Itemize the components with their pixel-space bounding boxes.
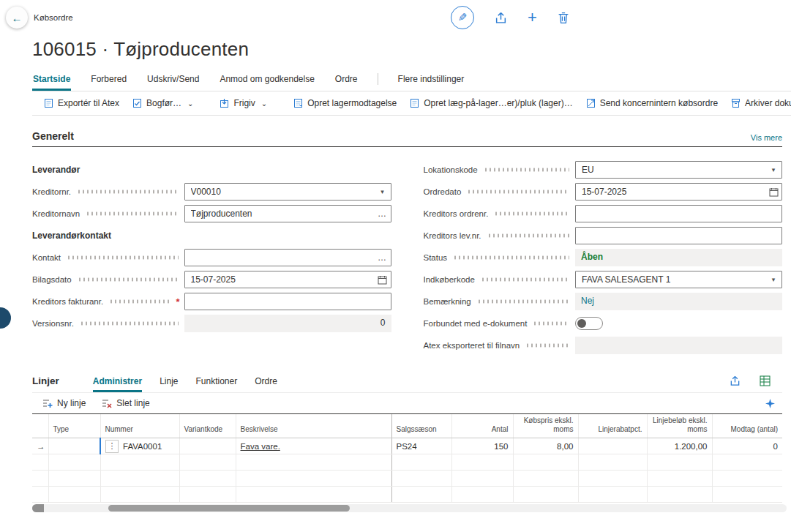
action-send-koncernintern-kobsordre[interactable]: Send koncernintern købsordre (586, 98, 718, 108)
lines-tab-linje[interactable]: Linje (160, 376, 178, 392)
chevron-down-icon[interactable]: ▾ (765, 271, 781, 288)
cell-linjerabatpct[interactable] (578, 438, 647, 454)
cell-nummer[interactable]: ⋮ FAVA0001 (100, 438, 179, 454)
col-linjerabatpct[interactable]: Linjerabatpct. (578, 414, 647, 438)
col-variantkode[interactable]: Variantkode (179, 414, 236, 438)
col-kobspris[interactable]: Købspris ekskl. moms (513, 414, 578, 438)
topbar: ← Købsordre ✎ + (0, 0, 791, 35)
new-document-button[interactable]: + (528, 10, 537, 26)
dotted-leader (453, 252, 569, 263)
chevron-down-icon[interactable]: ▾ (375, 184, 391, 200)
horizontal-scrollbar[interactable] (32, 504, 787, 512)
required-asterisk: * (176, 296, 179, 307)
send-icon (586, 98, 596, 108)
col-salgssaeson[interactable]: Salgssæson (391, 414, 451, 438)
chevron-down-icon[interactable]: ⌄ (187, 100, 193, 108)
ny-linje-button[interactable]: Ny linje (42, 398, 86, 408)
generelt-title[interactable]: Generelt (32, 130, 74, 142)
calendar-icon[interactable] (765, 184, 781, 200)
tab-anmod-om-godkendelse[interactable]: Anmod om godkendelse (219, 71, 315, 91)
dotted-leader (78, 274, 179, 285)
kreditors-fakturanr-input[interactable] (184, 293, 391, 310)
col-modtag-antal[interactable]: Modtag (antal) (712, 414, 782, 438)
col-antal[interactable]: Antal (451, 414, 513, 438)
action-eksporter-til-atex[interactable]: Exportér til Atex (44, 98, 119, 108)
indkoberkode-input[interactable] (575, 271, 782, 288)
e-dokument-toggle[interactable] (575, 317, 603, 330)
kreditors-levnr-input[interactable] (575, 227, 782, 244)
bilagsdato-input[interactable] (184, 271, 391, 288)
row-selector[interactable]: → (32, 438, 48, 454)
cell-type[interactable] (48, 438, 100, 454)
lines-table: Type Nummer Variantkode Beskrivelse Salg… (32, 414, 782, 503)
cell-variantkode[interactable] (179, 438, 236, 454)
cell-linjebelob[interactable]: 1.200,00 (647, 438, 712, 454)
cell-salgssaeson[interactable]: PS24 (391, 438, 451, 454)
kreditornr-input[interactable] (184, 183, 391, 201)
action-opret-laeg-pa-lager-pluk[interactable]: Opret læg-på-lager…er)/pluk (lager)… (410, 98, 572, 108)
tab-ordre[interactable]: Ordre (334, 71, 359, 91)
chevron-down-icon[interactable]: ⌄ (261, 100, 267, 108)
assist-edit-button[interactable]: … (375, 250, 391, 266)
field-kreditors-levnr: Kreditors lev.nr. (424, 225, 783, 247)
tab-udskriv-send[interactable]: Udskriv/Send (146, 71, 200, 91)
slet-linje-button[interactable]: Slet linje (102, 398, 149, 408)
tab-flere-indstillinger[interactable]: Flere indstillinger (397, 71, 465, 91)
action-frigiv[interactable]: Frigiv ⌄ (220, 98, 267, 108)
field-bemaerkning: Bemærkning Nej (424, 291, 783, 312)
dotted-leader (77, 187, 178, 197)
table-header-row: Type Nummer Variantkode Beskrivelse Salg… (32, 414, 782, 438)
calendar-icon[interactable] (375, 271, 391, 288)
cell-antal[interactable]: 150 (451, 438, 513, 454)
share-icon (730, 375, 741, 386)
kreditornavn-input[interactable] (184, 205, 391, 222)
tab-forbered[interactable]: Forbered (90, 71, 127, 91)
bemaerkning-value[interactable]: Nej (575, 293, 782, 310)
versionsnr-value: 0 (184, 315, 391, 332)
field-indkoberkode: Indkøberkode ▾ (424, 269, 783, 291)
back-arrow-icon: ← (12, 12, 23, 24)
scrollbar-thumb[interactable] (108, 505, 350, 512)
breadcrumb[interactable]: Købsordre (34, 13, 73, 22)
action-bogfor[interactable]: Bogfør… ⌄ (132, 98, 193, 108)
side-panel-handle[interactable] (0, 307, 11, 329)
ordredato-input[interactable] (575, 183, 782, 201)
open-in-excel-button[interactable] (760, 375, 771, 386)
back-button[interactable]: ← (6, 7, 28, 29)
share-lines-button[interactable] (730, 375, 741, 386)
col-beskrivelse[interactable]: Beskrivelse (236, 414, 391, 438)
group-label-leverandor: Leverandør (32, 159, 391, 181)
field-atex-eksporteret-til-filnavn: Atex eksporteret til filnavn (424, 334, 783, 356)
action-arkiver-dokument[interactable]: Arkiver dokument (731, 98, 791, 108)
lines-tab-funktioner[interactable]: Funktioner (195, 376, 237, 392)
col-nummer[interactable]: Nummer (100, 414, 179, 438)
linjer-header: Linjer Administrer Linje Funktioner Ordr… (32, 375, 782, 392)
lines-tab-administrer[interactable]: Administrer (93, 376, 142, 392)
vis-mere-link[interactable]: Vis mere (751, 133, 782, 142)
cell-kobspris[interactable]: 8,00 (513, 438, 578, 454)
dotted-leader (80, 318, 179, 329)
lokationskode-input[interactable] (575, 161, 782, 179)
chevron-down-icon[interactable]: ▾ (765, 162, 781, 178)
delete-button[interactable] (558, 12, 569, 24)
kontakt-input[interactable] (184, 249, 391, 266)
field-lokationskode: Lokationskode ▾ (424, 159, 783, 181)
tab-startside[interactable]: Startside (32, 71, 71, 91)
scroll-left-button[interactable] (32, 504, 44, 512)
lines-tab-ordre[interactable]: Ordre (255, 376, 277, 392)
assist-edit-button[interactable]: … (375, 206, 391, 222)
col-linjebelob[interactable]: Linjebeløb ekskl. moms (647, 414, 712, 438)
cell-modtag[interactable]: 0 (712, 438, 782, 454)
kreditors-ordrenr-input[interactable] (575, 205, 782, 222)
putaway-pick-icon (410, 98, 419, 108)
cell-beskrivelse[interactable]: Fava vare. (236, 438, 391, 454)
action-opret-lagermodtagelse[interactable]: Opret lagermodtagelse (293, 98, 397, 108)
kebab-icon: ⋮ (108, 441, 116, 451)
linjer-title[interactable]: Linjer (32, 375, 59, 392)
row-menu-button[interactable]: ⋮ (105, 440, 119, 453)
edit-button[interactable]: ✎ (451, 6, 474, 29)
analyze-button[interactable] (765, 399, 775, 408)
page-title: 106015 · Tøjproducenten (32, 38, 791, 61)
share-button[interactable] (495, 12, 507, 24)
col-type[interactable]: Type (48, 414, 100, 438)
